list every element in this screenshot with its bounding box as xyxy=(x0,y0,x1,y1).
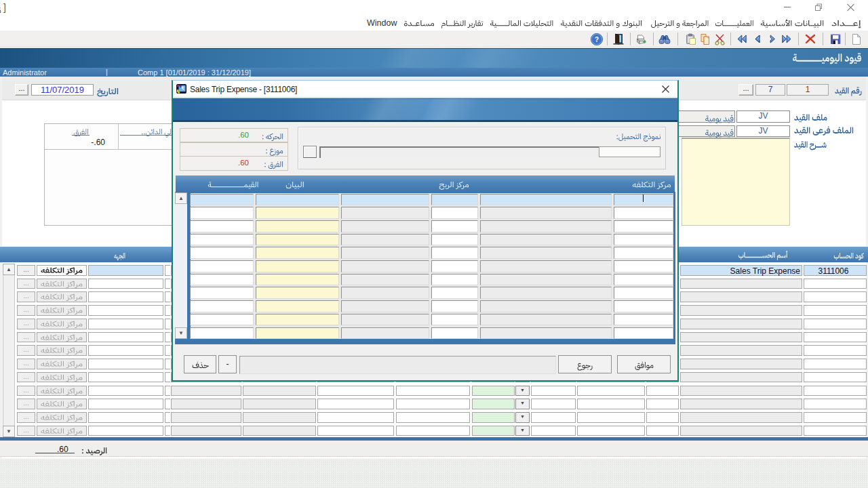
svg-text:?: ? xyxy=(595,36,599,43)
